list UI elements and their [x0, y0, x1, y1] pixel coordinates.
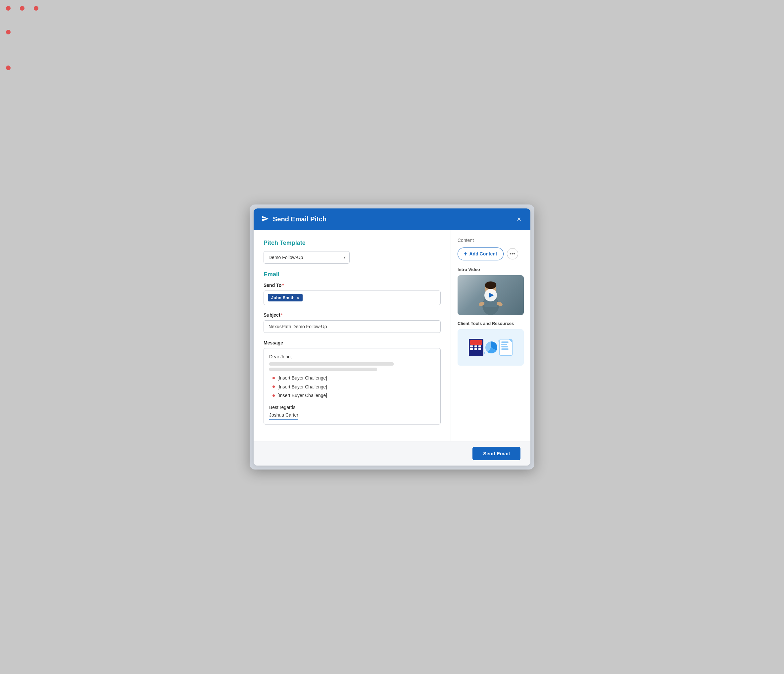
send-to-label: Send To* [263, 283, 441, 288]
right-panel: Content + Add Content ••• Intro Video [451, 230, 530, 441]
intro-video-label: Intro Video [457, 267, 524, 272]
list-item: [Insert Buyer Challenge] [272, 392, 435, 399]
pitch-template-select[interactable]: Demo Follow-Up Introduction Follow-Up Ch… [263, 251, 350, 264]
send-to-group: Send To* John Smith × [263, 283, 441, 305]
decorative-dot-1 [6, 6, 11, 11]
list-item: [Insert Buyer Challenge] [272, 374, 435, 382]
document-icon [499, 339, 512, 356]
message-line-2 [269, 368, 377, 371]
send-email-button[interactable]: Send Email [473, 447, 521, 460]
add-content-button[interactable]: + Add Content [457, 247, 504, 260]
bullet-dot-icon [272, 394, 275, 397]
svg-point-2 [485, 281, 496, 289]
pie-chart-icon: ✦ ✦ [485, 342, 497, 353]
sparkle-icon-2: ✦ [483, 351, 486, 356]
decorative-dot-5 [6, 65, 11, 70]
client-tools-card[interactable]: ✦ ✦ [457, 329, 524, 366]
message-line-1 [269, 362, 394, 366]
close-button[interactable]: × [515, 214, 523, 224]
video-background [457, 275, 524, 315]
modal-footer: Send Email [254, 441, 530, 466]
send-email-modal: Send Email Pitch × Pitch Template Demo F… [254, 208, 530, 466]
message-group: Message Dear John, [Insert Buyer Challen… [263, 340, 441, 424]
subject-group: Subject* [263, 312, 441, 333]
content-label: Content [457, 238, 524, 243]
bullet-list: [Insert Buyer Challenge] [Insert Buyer C… [269, 374, 435, 399]
decorative-dot-4 [6, 30, 11, 34]
intro-video-thumbnail[interactable] [457, 275, 524, 315]
email-section-label: Email [263, 271, 441, 278]
send-to-field[interactable]: John Smith × [263, 290, 441, 305]
modal-body: Pitch Template Demo Follow-Up Introducti… [254, 230, 530, 441]
calculator-icon [469, 339, 484, 356]
plus-icon: + [464, 250, 468, 258]
decorative-dot-2 [20, 6, 25, 11]
paper-plane-icon [261, 215, 269, 224]
modal-header-left: Send Email Pitch [261, 215, 327, 224]
pitch-template-dropdown-wrapper[interactable]: Demo Follow-Up Introduction Follow-Up Ch… [263, 251, 350, 264]
message-closing: Best regards, Joshua Carter [269, 404, 435, 419]
content-actions: + Add Content ••• [457, 247, 524, 260]
modal-header: Send Email Pitch × [254, 208, 530, 230]
pitch-template-section: Pitch Template Demo Follow-Up Introducti… [263, 239, 441, 264]
sender-name: Joshua Carter [269, 411, 298, 419]
decorative-dot-3 [34, 6, 39, 11]
modal-title: Send Email Pitch [273, 216, 327, 223]
left-panel: Pitch Template Demo Follow-Up Introducti… [254, 230, 451, 441]
pitch-template-label: Pitch Template [263, 239, 441, 247]
list-item: [Insert Buyer Challenge] [272, 383, 435, 390]
subject-label: Subject* [263, 312, 441, 318]
play-triangle-icon [489, 292, 494, 298]
message-label: Message [263, 340, 441, 345]
tools-illustration: ✦ ✦ [469, 339, 512, 356]
subject-input[interactable] [263, 320, 441, 333]
recipient-tag[interactable]: John Smith × [268, 294, 303, 301]
message-greeting: Dear John, [269, 353, 435, 360]
recipient-name: John Smith [271, 295, 295, 300]
message-body[interactable]: Dear John, [Insert Buyer Challenge] [Ins… [263, 348, 441, 424]
more-options-button[interactable]: ••• [507, 248, 518, 259]
bullet-dot-icon [272, 385, 275, 388]
bullet-dot-icon [272, 377, 275, 379]
client-tools-label: Client Tools and Resources [457, 321, 524, 326]
modal-wrapper: Send Email Pitch × Pitch Template Demo F… [250, 205, 534, 469]
remove-recipient-icon[interactable]: × [297, 295, 299, 300]
play-button[interactable] [484, 289, 497, 301]
